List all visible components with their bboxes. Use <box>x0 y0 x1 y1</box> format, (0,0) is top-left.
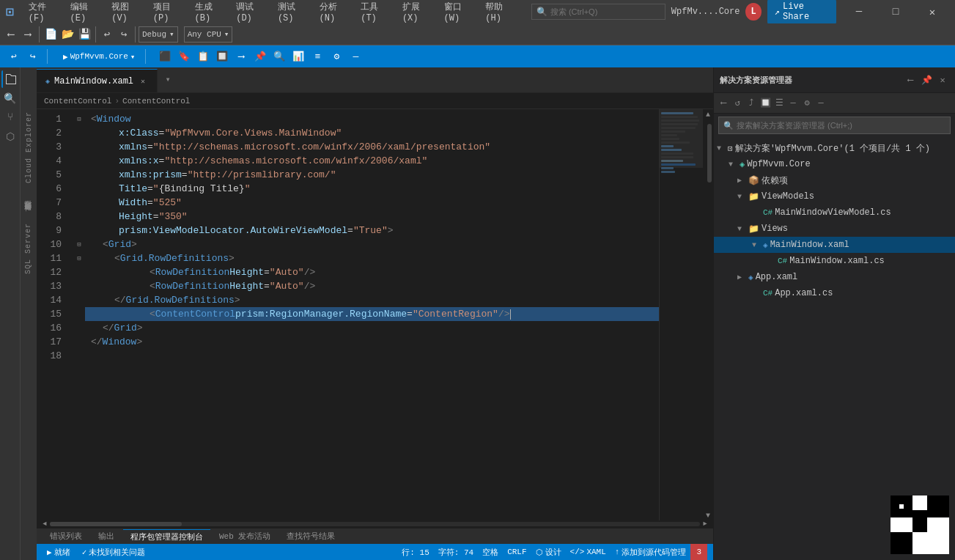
tree-solution[interactable]: ▼ ⊡ 解决方案'WpfMvvm.Core'(1 个项目/共 1 个) <box>714 140 955 156</box>
status-char[interactable]: 字符: 74 <box>434 544 478 560</box>
tree-mainwindow-viewmodel[interactable]: C# MainWindowViewModel.cs <box>714 205 955 221</box>
code-editor[interactable]: 1 2 3 4 5 6 7 8 9 10 11 12 13 14 15 16 1 <box>37 109 713 520</box>
menu-project[interactable]: 项目(P) <box>147 0 188 25</box>
h-scroll-bar[interactable]: ◄ ► <box>37 520 713 528</box>
tree-app-xaml[interactable]: ▶ ◈ App.xaml <box>714 269 955 285</box>
activity-search[interactable]: 🔍 <box>1 89 19 107</box>
scroll-thumb[interactable] <box>707 124 712 183</box>
bottom-tab-pkg[interactable]: 程序包管理器控制台 <box>123 529 210 544</box>
bottom-tab-output[interactable]: 输出 <box>91 529 122 543</box>
fold-10[interactable]: ⊟ <box>73 237 85 251</box>
code-line-14[interactable]: </Grid.RowDefinitions> <box>85 293 659 307</box>
menu-tools[interactable]: 工具(T) <box>355 0 395 25</box>
menu-test[interactable]: 测试(S) <box>272 0 312 25</box>
tree-views-folder[interactable]: ▼ 📁 Views <box>714 221 955 237</box>
menu-build[interactable]: 生成(B) <box>189 0 229 25</box>
toolbar2-btn6[interactable]: 📌 <box>252 48 268 65</box>
title-search-input[interactable] <box>550 7 660 16</box>
tab-scroll-right[interactable]: ▾ <box>158 67 178 92</box>
status-design[interactable]: ⬡ 设计 <box>531 544 566 560</box>
activity-debug[interactable]: ⬡ <box>1 128 19 145</box>
h-scroll-thumb[interactable] <box>50 522 182 526</box>
status-source-control[interactable]: ↑ 添加到源代码管理 <box>611 544 691 560</box>
redo2-btn[interactable]: ↪ <box>25 48 41 65</box>
toolbar2-btn7[interactable]: 🔍 <box>271 48 287 65</box>
code-line-8[interactable]: Height="350" <box>85 210 659 224</box>
code-line-6[interactable]: Title="{Binding Title}" <box>85 182 659 196</box>
se-tb-btn1[interactable]: ⟵ <box>717 97 730 110</box>
menu-view[interactable]: 视图(V) <box>106 0 146 25</box>
bottom-tab-errors[interactable]: 错误列表 <box>43 529 89 543</box>
code-line-4[interactable]: xmlns:x="http://schemas.microsoft.com/wi… <box>85 154 659 168</box>
menu-analyze[interactable]: 分析(N) <box>314 0 354 25</box>
run-button[interactable]: ▶ WpfMvvm.Core ▾ <box>59 51 139 63</box>
toolbar2-btn8[interactable]: 📊 <box>290 48 306 65</box>
fold-1[interactable]: ⊟ <box>73 112 85 126</box>
toolbar2-btn2[interactable]: 🔖 <box>176 48 192 65</box>
code-line-13[interactable]: <RowDefinition Height="Auto" /> <box>85 279 659 293</box>
scroll-up-arrow[interactable]: ▲ <box>703 109 713 119</box>
bottom-tab-find[interactable]: 查找符号结果 <box>279 529 342 543</box>
code-line-15[interactable]: <ContentControl prism:RegionManager.Regi… <box>85 307 659 321</box>
se-search-bar[interactable]: 🔍 <box>718 117 951 134</box>
menu-window[interactable]: 窗口(W) <box>438 0 479 25</box>
se-search-input[interactable] <box>737 121 945 130</box>
close-button[interactable]: ✕ <box>915 0 949 23</box>
activity-explorer[interactable] <box>1 70 19 88</box>
cpu-dropdown[interactable]: Any CPU ▾ <box>184 26 233 43</box>
menu-help[interactable]: 帮助(H) <box>479 0 520 25</box>
breadcrumb-part1[interactable]: ContentControl <box>44 97 111 106</box>
menu-extensions[interactable]: 扩展(X) <box>397 0 437 25</box>
tree-mainwindow-xaml[interactable]: ▼ ◈ MainWindow.xaml <box>714 237 955 253</box>
undo2-btn[interactable]: ↩ <box>6 48 22 65</box>
menu-edit[interactable]: 编辑(E) <box>64 0 105 25</box>
tab-close-btn[interactable]: ✕ <box>138 76 148 86</box>
code-line-3[interactable]: xmlns="http://schemas.microsoft.com/winf… <box>85 140 659 154</box>
breadcrumb-part2[interactable]: ContentControl <box>122 97 190 106</box>
code-line-18[interactable] <box>85 349 659 363</box>
se-close-btn[interactable]: ✕ <box>936 73 949 86</box>
menu-debug[interactable]: 调试(D) <box>230 0 270 25</box>
fold-11[interactable]: ⊟ <box>73 251 85 265</box>
bottom-tab-web[interactable]: Web 发布活动 <box>212 529 278 543</box>
code-line-17[interactable]: </Window> <box>85 335 659 349</box>
tree-app-cs[interactable]: C# App.xaml.cs <box>714 285 955 301</box>
restore-button[interactable]: □ <box>879 0 912 23</box>
code-line-9[interactable]: prism:ViewModelLocator.AutoWireViewModel… <box>85 224 659 237</box>
toolbar2-btn9[interactable]: ≡ <box>309 48 325 65</box>
new-project-btn[interactable]: 📄 <box>43 26 59 43</box>
save-all-btn[interactable]: 💾 <box>76 26 92 43</box>
tree-project[interactable]: ▼ ◈ WpfMvvm.Core <box>714 156 955 172</box>
se-tb-btn5[interactable]: ☰ <box>773 97 786 110</box>
status-encoding[interactable]: CRLF <box>503 544 531 560</box>
code-line-5[interactable]: xmlns:prism="http://prismlibrary.com/" <box>85 168 659 182</box>
toolbar2-btn10[interactable]: ⚙ <box>328 48 344 65</box>
code-line-1[interactable]: <Window <box>85 112 659 126</box>
se-tb-btn8[interactable]: — <box>814 97 827 110</box>
toolbar2-btn4[interactable]: 🔲 <box>214 48 230 65</box>
se-tb-btn3[interactable]: ⤴ <box>745 97 758 110</box>
editor-scrollbar[interactable]: ▲ ▼ <box>703 109 713 520</box>
status-issues[interactable]: ✓ 未找到相关问题 <box>78 544 150 560</box>
live-share-button[interactable]: ↗ Live Share <box>767 0 836 24</box>
code-line-12[interactable]: <RowDefinition Height="Auto" /> <box>85 265 659 279</box>
toolbar2-btn1[interactable]: ⬛ <box>157 48 173 65</box>
se-tb-btn2[interactable]: ↺ <box>731 97 744 110</box>
menu-file[interactable]: 文件(F) <box>23 0 63 25</box>
h-scroll-right[interactable]: ► <box>700 520 710 528</box>
code-line-11[interactable]: <Grid.RowDefinitions> <box>85 251 659 265</box>
status-xaml[interactable]: </> XAML <box>566 544 611 560</box>
h-scroll-track[interactable] <box>50 522 700 526</box>
scroll-down-arrow[interactable]: ▼ <box>703 510 713 520</box>
tree-mainwindow-cs[interactable]: C# MainWindow.xaml.cs <box>714 253 955 269</box>
sidebar-label-cloud[interactable]: Cloud Explorer <box>25 111 33 183</box>
se-tb-btn6[interactable]: — <box>786 97 800 110</box>
code-line-7[interactable]: Width="525" <box>85 196 659 210</box>
toolbar2-btn5[interactable]: ⟶ <box>233 48 249 65</box>
tab-mainwindow-xaml[interactable]: ◈ MainWindow.xaml ✕ <box>37 69 158 92</box>
status-notification[interactable]: 3 <box>690 544 707 560</box>
se-pin-btn[interactable]: 📌 <box>920 73 933 86</box>
toolbar2-btn11[interactable]: — <box>347 48 364 65</box>
se-tb-btn4[interactable]: 🔲 <box>759 97 772 110</box>
user-avatar[interactable]: L <box>745 3 761 21</box>
